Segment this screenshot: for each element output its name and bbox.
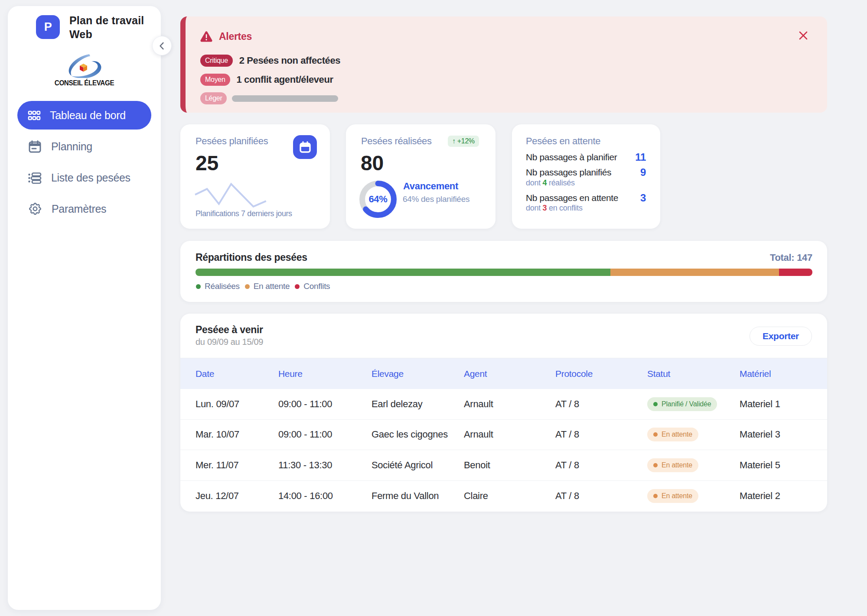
svg-text:64%: 64% [368,194,387,204]
